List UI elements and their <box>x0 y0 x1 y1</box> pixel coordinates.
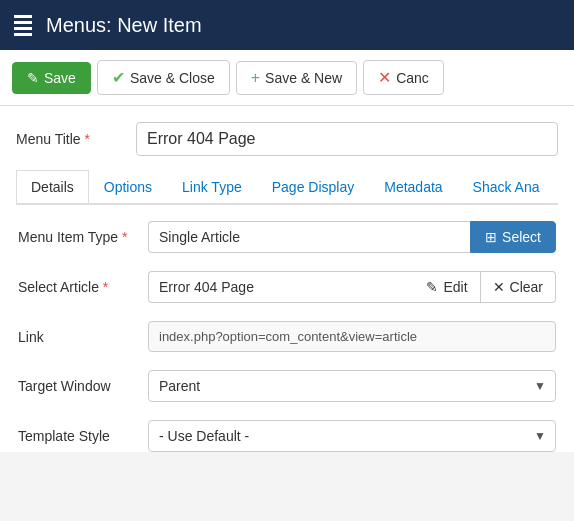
menu-item-type-controls: ⊞ Select <box>148 221 556 253</box>
header: Menus: New Item <box>0 0 574 50</box>
link-input <box>148 321 556 352</box>
menu-title-required: * <box>84 131 89 147</box>
target-window-select[interactable]: Parent _blank _self _top <box>148 370 556 402</box>
select-grid-icon: ⊞ <box>485 229 497 245</box>
menu-title-label: Menu Title * <box>16 131 136 147</box>
template-style-row: Template Style - Use Default - Beez5 - D… <box>16 420 558 452</box>
link-label: Link <box>18 329 148 345</box>
select-article-label: Select Article * <box>18 279 148 295</box>
menu-item-type-row: Menu Item Type * ⊞ Select <box>16 221 558 253</box>
plus-icon: + <box>251 69 260 87</box>
tab-details[interactable]: Details <box>16 170 89 205</box>
cancel-button[interactable]: ✕ Canc <box>363 60 444 95</box>
save-close-button[interactable]: ✔ Save & Close <box>97 60 230 95</box>
content-area: Menu Title * Details Options Link Type P… <box>0 106 574 452</box>
save-new-button[interactable]: + Save & New <box>236 61 357 95</box>
target-window-select-wrap: Parent _blank _self _top ▼ <box>148 370 556 402</box>
select-article-controls: ✎ Edit ✕ Clear <box>148 271 556 303</box>
menu-item-type-label: Menu Item Type * <box>18 229 148 245</box>
tab-shack-ana[interactable]: Shack Ana <box>458 170 555 203</box>
target-window-row: Target Window Parent _blank _self _top ▼ <box>16 370 558 402</box>
x-icon: ✕ <box>378 68 391 87</box>
tabs-bar: Details Options Link Type Page Display M… <box>16 170 558 205</box>
check-icon: ✔ <box>112 68 125 87</box>
template-style-label: Template Style <box>18 428 148 444</box>
tab-page-display[interactable]: Page Display <box>257 170 370 203</box>
page-title: Menus: New Item <box>46 14 202 37</box>
save-button[interactable]: ✎ Save <box>12 62 91 94</box>
target-window-label: Target Window <box>18 378 148 394</box>
select-article-input <box>148 271 414 303</box>
toolbar: ✎ Save ✔ Save & Close + Save & New ✕ Can… <box>0 50 574 106</box>
menu-toggle-icon[interactable] <box>14 15 32 36</box>
select-article-row: Select Article * ✎ Edit ✕ Clear <box>16 271 558 303</box>
clear-x-icon: ✕ <box>493 279 505 295</box>
link-row: Link <box>16 321 558 352</box>
menu-item-type-input <box>148 221 470 253</box>
save-icon: ✎ <box>27 70 39 86</box>
menu-item-type-select-button[interactable]: ⊞ Select <box>470 221 556 253</box>
edit-article-button[interactable]: ✎ Edit <box>414 271 480 303</box>
template-style-select[interactable]: - Use Default - Beez5 - Default protosta… <box>148 420 556 452</box>
edit-icon: ✎ <box>426 279 438 295</box>
menu-title-row: Menu Title * <box>16 122 558 156</box>
tab-link-type[interactable]: Link Type <box>167 170 257 203</box>
clear-article-button[interactable]: ✕ Clear <box>481 271 556 303</box>
tab-options[interactable]: Options <box>89 170 167 203</box>
menu-title-input[interactable] <box>136 122 558 156</box>
template-style-select-wrap: - Use Default - Beez5 - Default protosta… <box>148 420 556 452</box>
tab-metadata[interactable]: Metadata <box>369 170 457 203</box>
